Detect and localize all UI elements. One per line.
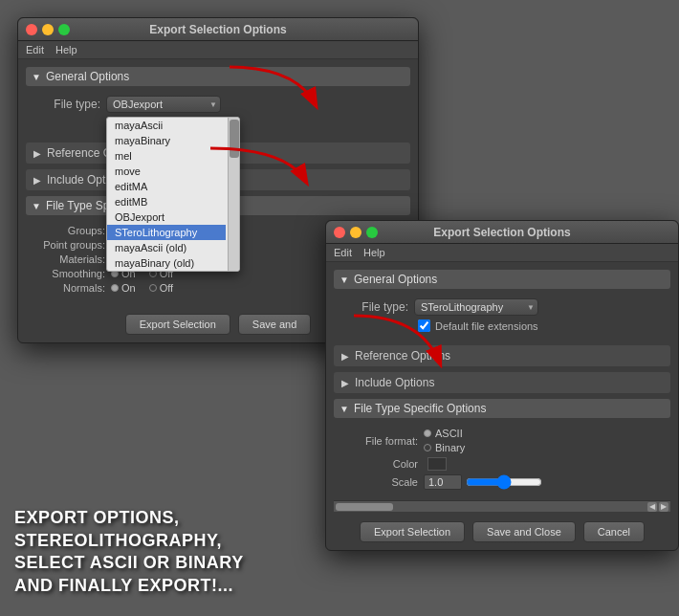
filetype-specific-content-2: File format: ASCII Binary Color [334,424,670,500]
list-item-OBJexport[interactable]: OBJexport [107,209,226,225]
normals-label: Normals: [33,282,105,294]
binary-radio[interactable] [424,444,431,451]
menu-edit-1[interactable]: Edit [26,44,44,55]
list-item-mayaBinary-old[interactable]: mayaBinary (old) [107,255,226,271]
general-options-content: File type: OBJexport ▼ mayaAscii mayaBin… [26,92,410,143]
file-type-dropdown-container: OBJexport ▼ mayaAscii mayaBinary mel mov… [106,96,221,113]
reference-options-section-2[interactable]: ▶ Reference Options [334,345,670,366]
smoothing-label: Smoothing: [33,268,105,279]
cancel-btn[interactable]: Cancel [583,521,645,542]
window2: Export Selection Options Edit Help ▼ Gen… [325,220,679,551]
color-swatch[interactable] [427,457,447,471]
traffic-lights-2 [334,227,378,238]
groups-label: Groups: [33,225,105,236]
include-options-arrow-2: ▶ [341,378,349,388]
file-type-label: File type: [33,98,100,111]
close-button-2[interactable] [334,227,345,238]
normals-on-radio[interactable] [111,284,119,292]
scrollbar-thumb [230,120,239,158]
file-type-dropdown-container-2: STeroLithography ▼ [414,298,538,316]
export-selection-btn-1[interactable]: Export Selection [125,314,230,335]
window1-menubar: Edit Help [18,41,418,59]
window2-titlebar: Export Selection Options [326,221,678,244]
general-options-label: General Options [46,70,129,83]
save-btn-1[interactable]: Save and [238,314,311,335]
ascii-label: ASCII [435,428,463,439]
filetype-specific-section-2[interactable]: ▼ File Type Specific Options [334,399,670,418]
horizontal-scrollbar[interactable]: ◀ ▶ [334,500,670,512]
default-extensions-checkbox-2[interactable] [418,319,430,332]
menu-help-2[interactable]: Help [363,247,385,258]
ascii-option[interactable]: ASCII [424,428,465,439]
include-options-label-2: Include Options [355,376,434,389]
minimize-button-1[interactable] [42,24,54,35]
window2-menubar: Edit Help [326,244,678,262]
window2-buttons: Export Selection Save and Close Cancel [334,521,670,542]
list-item-mayaAscii-old[interactable]: mayaAscii (old) [107,240,226,255]
filetype-specific-arrow: ▼ [32,201,41,211]
file-type-row: File type: OBJexport ▼ mayaAscii mayaBin… [33,96,403,113]
include-options-section-2[interactable]: ▶ Include Options [334,372,670,393]
default-extensions-row-2: Default file extensions [341,319,663,332]
minimize-button-2[interactable] [350,227,361,238]
include-options-arrow: ▶ [33,175,41,186]
scale-input[interactable] [424,474,462,490]
reference-options-label-2: Reference Options [355,349,450,363]
color-row: Color [341,457,663,471]
h-scrollbar-arrows: ◀ ▶ [647,502,668,512]
reference-options-arrow-2: ▶ [341,351,349,362]
color-label: Color [341,458,418,470]
export-selection-btn-2[interactable]: Export Selection [360,521,465,542]
point-groups-label: Point groups: [33,239,105,251]
window2-body: ▼ General Options File type: STeroLithog… [326,262,678,550]
materials-label: Materials: [33,253,105,265]
list-item-mayaBinary[interactable]: mayaBinary [107,133,226,148]
maximize-button-1[interactable] [58,24,70,35]
normals-on-label: On [121,282,136,294]
traffic-lights-1 [26,24,70,35]
maximize-button-2[interactable] [366,227,378,238]
general-options-arrow-2: ▼ [340,275,349,285]
save-close-btn[interactable]: Save and Close [472,521,576,542]
file-type-label-2: File type: [341,300,408,314]
window2-title: Export Selection Options [433,226,570,239]
file-type-dropdown[interactable]: OBJexport [106,96,221,113]
file-format-row: File format: ASCII Binary [341,428,663,453]
file-type-row-2: File type: STeroLithography ▼ [341,298,663,316]
general-options-label-2: General Options [354,273,437,286]
file-format-options: ASCII Binary [424,428,465,453]
menu-edit-2[interactable]: Edit [334,247,352,258]
h-scroll-left[interactable]: ◀ [647,502,657,512]
filetype-specific-arrow-2: ▼ [340,404,349,414]
normals-off-radio[interactable] [149,284,157,292]
binary-option[interactable]: Binary [424,442,465,453]
normals-on: On [111,282,136,294]
filetype-specific-label-2: File Type Specific Options [354,402,487,415]
list-item-move[interactable]: move [107,164,226,179]
window1-titlebar: Export Selection Options [18,18,418,41]
normals-options: On Off [111,282,173,294]
h-scrollbar-thumb [336,503,393,511]
window1-title: Export Selection Options [149,23,286,36]
normals-off-label: Off [160,282,173,294]
list-item-STeroLithography[interactable]: STeroLithography [107,225,226,240]
scale-slider[interactable] [466,474,542,490]
ascii-radio[interactable] [424,429,431,437]
list-item-editMB[interactable]: editMB [107,194,226,209]
file-type-dropdown-2[interactable]: STeroLithography [414,298,538,316]
bottom-text: Export Options, Stereolithography, Selec… [14,507,244,597]
reference-options-arrow: ▶ [33,148,41,159]
list-item-mayaAscii[interactable]: mayaAscii [107,118,226,133]
filetype-dropdown-list: mayaAscii mayaBinary mel move editMA edi… [106,117,240,272]
scale-label: Scale [341,476,418,488]
general-options-arrow: ▼ [32,72,41,82]
close-button-1[interactable] [26,24,37,35]
h-scroll-right[interactable]: ▶ [659,502,668,512]
menu-help-1[interactable]: Help [55,44,77,55]
list-item-mel[interactable]: mel [107,148,226,164]
list-item-editMA[interactable]: editMA [107,179,226,194]
general-options-section[interactable]: ▼ General Options [26,67,410,86]
general-options-section-2[interactable]: ▼ General Options [334,270,670,289]
scale-row: Scale [341,474,663,490]
dropdown-scrollbar[interactable] [228,118,239,271]
